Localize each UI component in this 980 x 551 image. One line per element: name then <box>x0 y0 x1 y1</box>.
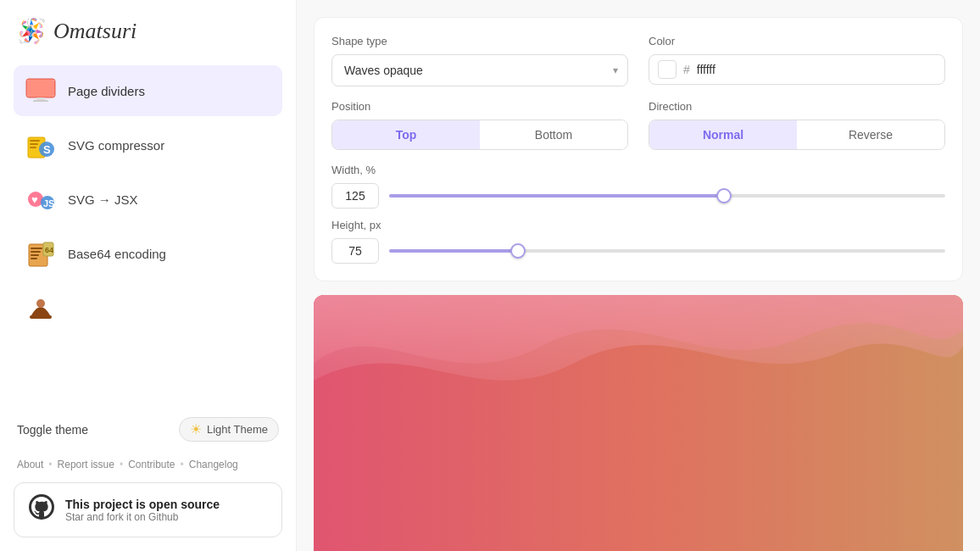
github-icon <box>28 493 55 526</box>
svg-rect-4 <box>33 100 48 102</box>
svg-rect-6 <box>30 140 40 142</box>
width-slider-row <box>331 183 945 209</box>
more-icon <box>24 291 58 325</box>
report-issue-link[interactable]: Report issue <box>58 459 114 470</box>
width-label: Width, % <box>331 164 945 176</box>
logo-title: Omatsuri <box>53 19 136 44</box>
toggle-theme-label: Toggle theme <box>17 423 88 437</box>
height-label: Height, px <box>331 219 945 231</box>
changelog-link[interactable]: Changelog <box>189 459 238 470</box>
color-row: # <box>649 54 945 85</box>
sidebar-item-label-svg-jsx: SVG → JSX <box>68 192 138 207</box>
svg-rect-3 <box>36 97 45 100</box>
github-text: This project is open source Star and for… <box>65 498 220 523</box>
toggle-theme-button[interactable]: ☀ Light Theme <box>179 417 279 442</box>
sidebar-item-label-page-dividers: Page dividers <box>68 84 145 98</box>
sidebar-item-page-dividers[interactable]: Page dividers <box>14 65 282 116</box>
svg-compressor-icon: S <box>24 128 58 162</box>
position-group: Position Top Bottom <box>331 100 628 150</box>
height-slider[interactable] <box>389 249 945 253</box>
svg-rect-22 <box>30 315 52 319</box>
controls-panel: Shape type Waves opaque Waves Triangles … <box>314 17 963 281</box>
svg-jsx-icon: ♥ JS <box>24 182 58 216</box>
sun-icon: ☀ <box>190 421 202 437</box>
sidebar-footer: Toggle theme ☀ Light Theme About • Repor… <box>14 410 282 537</box>
github-box[interactable]: This project is open source Star and for… <box>14 482 282 537</box>
theme-name: Light Theme <box>207 423 268 436</box>
shape-select-wrapper: Waves opaque Waves Triangles Zigzag ▾ <box>331 54 628 86</box>
toggle-theme-row: Toggle theme ☀ Light Theme <box>14 410 282 448</box>
sidebar-item-svg-jsx[interactable]: ♥ JS SVG → JSX <box>14 174 282 225</box>
height-control: Height, px <box>331 219 945 264</box>
svg-rect-8 <box>30 147 36 148</box>
sidebar-item-svg-compressor[interactable]: S SVG compressor <box>14 120 282 170</box>
sidebar-item-label-svg-compressor: SVG compressor <box>68 138 164 153</box>
svg-rect-7 <box>30 143 38 145</box>
sidebar-item-base64[interactable]: 64 Base64 encoding <box>14 228 282 279</box>
base64-icon: 64 <box>24 237 58 270</box>
width-slider[interactable] <box>389 194 945 198</box>
color-input[interactable] <box>697 63 765 76</box>
svg-text:♥: ♥ <box>31 193 38 206</box>
svg-rect-19 <box>31 258 37 259</box>
wave-preview <box>314 295 963 551</box>
color-label: Color <box>649 35 945 47</box>
logo-area: 🪅 Omatsuri <box>14 17 282 45</box>
direction-toggle-group: Normal Reverse <box>649 120 945 150</box>
position-toggle-group: Top Bottom <box>331 120 628 150</box>
svg-rect-16 <box>31 248 42 249</box>
wave-preview-area <box>314 295 963 551</box>
contribute-link[interactable]: Contribute <box>128 459 175 470</box>
github-title: This project is open source <box>65 498 220 511</box>
svg-rect-2 <box>27 80 54 97</box>
svg-text:S: S <box>43 143 51 156</box>
logo-icon: 🪅 <box>17 17 47 45</box>
color-swatch[interactable] <box>658 60 677 79</box>
controls-row-2: Position Top Bottom Direction Normal Rev… <box>331 100 945 150</box>
footer-links: About • Report issue • Contribute • Chan… <box>14 455 282 474</box>
position-top-button[interactable]: Top <box>332 120 480 149</box>
width-control: Width, % <box>331 164 945 209</box>
shape-type-select[interactable]: Waves opaque Waves Triangles Zigzag <box>331 54 628 86</box>
sidebar-item-label-base64: Base64 encoding <box>68 247 166 261</box>
color-group: Color # <box>649 35 945 86</box>
svg-text:JS: JS <box>43 198 54 209</box>
height-value-input[interactable] <box>331 238 379 264</box>
shape-type-group: Shape type Waves opaque Waves Triangles … <box>331 35 628 86</box>
page-dividers-icon <box>24 74 58 108</box>
position-label: Position <box>331 100 628 113</box>
controls-row-1: Shape type Waves opaque Waves Triangles … <box>331 35 945 86</box>
sidebar: 🪅 Omatsuri <box>0 0 297 551</box>
github-subtitle: Star and fork it on Github <box>65 511 220 523</box>
svg-rect-18 <box>31 254 39 256</box>
main-content: Shape type Waves opaque Waves Triangles … <box>297 0 980 551</box>
shape-type-label: Shape type <box>331 35 628 47</box>
hash-symbol: # <box>683 63 690 76</box>
direction-label: Direction <box>649 100 945 113</box>
svg-point-23 <box>36 299 45 308</box>
svg-text:64: 64 <box>45 246 53 254</box>
direction-reverse-button[interactable]: Reverse <box>797 120 944 149</box>
direction-normal-button[interactable]: Normal <box>649 120 797 149</box>
wave-svg <box>314 295 963 551</box>
about-link[interactable]: About <box>17 459 43 470</box>
position-bottom-button[interactable]: Bottom <box>480 120 627 149</box>
width-value-input[interactable] <box>331 183 379 209</box>
height-slider-row <box>331 238 945 264</box>
nav-menu: Page dividers S SVG compressor ♥ <box>14 65 282 410</box>
direction-group: Direction Normal Reverse <box>649 100 945 150</box>
svg-rect-17 <box>31 251 41 253</box>
sidebar-item-more[interactable] <box>14 282 282 333</box>
